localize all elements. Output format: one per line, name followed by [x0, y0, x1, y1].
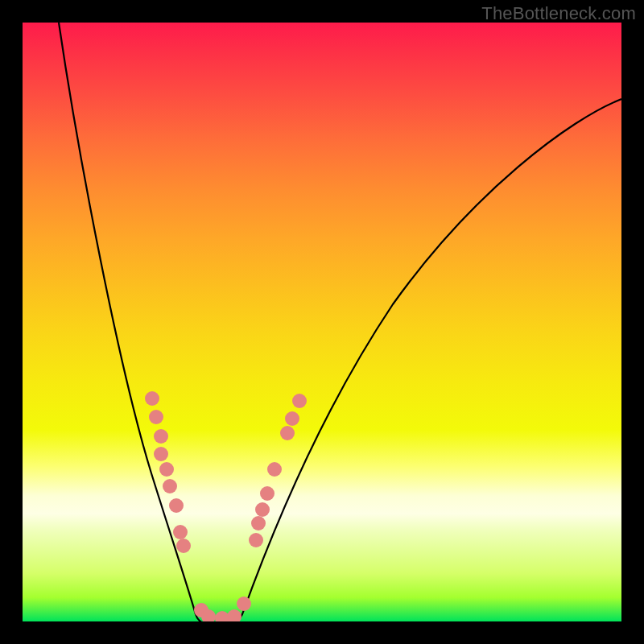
data-marker: [267, 462, 282, 477]
data-marker: [237, 597, 251, 611]
marker-group: [145, 391, 307, 621]
data-marker: [176, 539, 191, 553]
data-marker: [159, 462, 174, 477]
chart-plot-area: [23, 23, 621, 621]
data-marker: [154, 429, 168, 444]
data-marker: [251, 516, 266, 530]
curve-group: [59, 23, 621, 621]
data-marker: [154, 447, 168, 461]
data-marker: [249, 533, 263, 547]
data-marker: [145, 391, 159, 406]
data-marker: [260, 486, 275, 501]
left-curve: [59, 23, 228, 621]
data-marker: [163, 479, 177, 493]
data-marker: [169, 498, 184, 513]
data-marker: [285, 411, 299, 426]
data-marker: [227, 609, 242, 621]
watermark-text: TheBottleneck.com: [481, 3, 636, 24]
data-marker: [255, 502, 270, 517]
chart-svg: [23, 23, 621, 621]
data-marker: [149, 410, 163, 424]
right-curve: [228, 99, 621, 621]
data-marker: [173, 525, 188, 539]
data-marker: [280, 426, 295, 440]
data-marker: [292, 394, 307, 408]
